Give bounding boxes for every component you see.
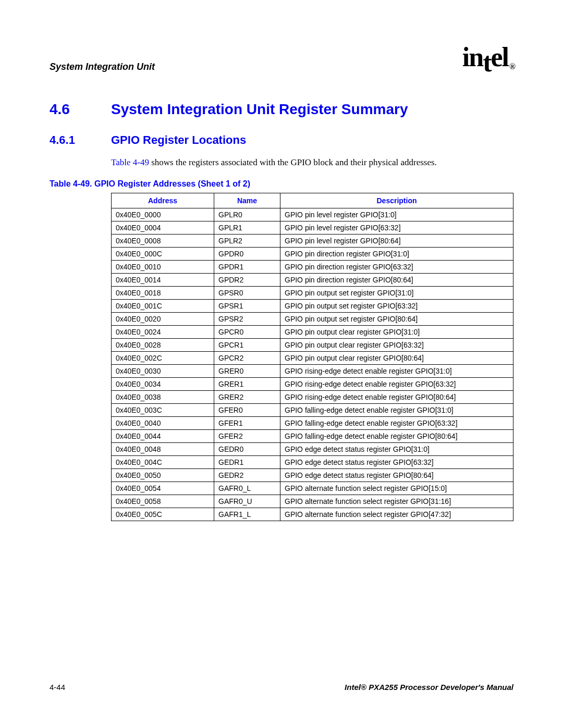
cell-description: GPIO rising-edge detect enable register …: [280, 365, 513, 378]
cell-name: GPDR1: [214, 261, 280, 274]
table-row: 0x40E0_0020GPSR2GPIO pin output set regi…: [112, 313, 513, 326]
cell-name: GAFR0_U: [214, 495, 280, 508]
cell-name: GFER0: [214, 404, 280, 417]
table-row: 0x40E0_0040GFER1GPIO falling-edge detect…: [112, 417, 513, 430]
cell-description: GPIO alternate function select register …: [280, 495, 513, 508]
registered-mark: ®: [509, 62, 515, 71]
cell-name: GEDR0: [214, 443, 280, 456]
cell-name: GPLR2: [214, 235, 280, 248]
col-header-description: Description: [280, 193, 513, 208]
table-row: 0x40E0_0010GPDR1GPIO pin direction regis…: [112, 261, 513, 274]
cell-name: GPDR0: [214, 248, 280, 261]
body-paragraph: Table 4-49 shows the registers associate…: [111, 157, 513, 168]
cell-address: 0x40E0_0034: [112, 378, 214, 391]
cell-name: GPDR2: [214, 274, 280, 287]
table-row: 0x40E0_0044GFER2GPIO falling-edge detect…: [112, 430, 513, 443]
cell-name: GRER0: [214, 365, 280, 378]
cell-name: GEDR2: [214, 469, 280, 482]
cell-description: GPIO pin output clear register GPIO[80:6…: [280, 352, 513, 365]
cell-address: 0x40E0_0018: [112, 287, 214, 300]
table-row: 0x40E0_0008GPLR2GPIO pin level register …: [112, 235, 513, 248]
table-row: 0x40E0_000CGPDR0GPIO pin direction regis…: [112, 248, 513, 261]
cell-description: GPIO falling-edge detect enable register…: [280, 430, 513, 443]
section-number: 4.6: [50, 101, 111, 118]
subsection-title: GPIO Register Locations: [111, 133, 246, 147]
cell-address: 0x40E0_000C: [112, 248, 214, 261]
chapter-title: System Integration Unit: [50, 61, 155, 72]
table-row: 0x40E0_0048GEDR0GPIO edge detect status …: [112, 443, 513, 456]
cell-name: GRER2: [214, 391, 280, 404]
section-title: System Integration Unit Register Summary: [111, 101, 408, 118]
table-row: 0x40E0_0038GRER2GPIO rising-edge detect …: [112, 391, 513, 404]
table-row: 0x40E0_0050GEDR2GPIO edge detect status …: [112, 469, 513, 482]
cell-address: 0x40E0_0010: [112, 261, 214, 274]
cell-address: 0x40E0_0044: [112, 430, 214, 443]
cell-address: 0x40E0_0014: [112, 274, 214, 287]
subsection-number: 4.6.1: [50, 133, 111, 147]
cell-name: GPCR2: [214, 352, 280, 365]
table-row: 0x40E0_0018GPSR0GPIO pin output set regi…: [112, 287, 513, 300]
cell-description: GPIO pin output clear register GPIO[63:3…: [280, 339, 513, 352]
cell-address: 0x40E0_0050: [112, 469, 214, 482]
table-row: 0x40E0_005CGAFR1_LGPIO alternate functio…: [112, 508, 513, 521]
cell-description: GPIO pin direction register GPIO[80:64]: [280, 274, 513, 287]
cell-description: GPIO pin output set register GPIO[80:64]: [280, 313, 513, 326]
cell-description: GPIO falling-edge detect enable register…: [280, 417, 513, 430]
cell-description: GPIO pin output clear register GPIO[31:0…: [280, 326, 513, 339]
manual-title: Intel® PXA255 Processor Developer's Manu…: [345, 683, 513, 692]
body-rest: shows the registers associated with the …: [149, 157, 437, 167]
cell-name: GPLR0: [214, 208, 280, 221]
cell-description: GPIO pin output set register GPIO[63:32]: [280, 300, 513, 313]
table-row: 0x40E0_003CGFER0GPIO falling-edge detect…: [112, 404, 513, 417]
table-row: 0x40E0_0014GPDR2GPIO pin direction regis…: [112, 274, 513, 287]
cell-address: 0x40E0_0058: [112, 495, 214, 508]
cell-description: GPIO alternate function select register …: [280, 482, 513, 495]
table-row: 0x40E0_0034GRER1GPIO rising-edge detect …: [112, 378, 513, 391]
cell-address: 0x40E0_003C: [112, 404, 214, 417]
cell-description: GPIO edge detect status register GPIO[63…: [280, 456, 513, 469]
cell-name: GFER1: [214, 417, 280, 430]
register-table: Address Name Description 0x40E0_0000GPLR…: [111, 193, 513, 521]
cell-name: GPCR0: [214, 326, 280, 339]
cell-address: 0x40E0_0048: [112, 443, 214, 456]
cell-description: GPIO alternate function select register …: [280, 508, 513, 521]
cell-address: 0x40E0_005C: [112, 508, 214, 521]
table-row: 0x40E0_0004GPLR1GPIO pin level register …: [112, 221, 513, 235]
table-row: 0x40E0_0058GAFR0_UGPIO alternate functio…: [112, 495, 513, 508]
cell-name: GPSR1: [214, 300, 280, 313]
table-header-row: Address Name Description: [112, 193, 513, 208]
cell-name: GEDR1: [214, 456, 280, 469]
cell-name: GRER1: [214, 378, 280, 391]
cell-description: GPIO rising-edge detect enable register …: [280, 391, 513, 404]
cell-address: 0x40E0_0038: [112, 391, 214, 404]
cell-address: 0x40E0_0024: [112, 326, 214, 339]
table-row: 0x40E0_0000GPLR0GPIO pin level register …: [112, 208, 513, 221]
cell-name: GAFR0_L: [214, 482, 280, 495]
cell-address: 0x40E0_0020: [112, 313, 214, 326]
cell-address: 0x40E0_0000: [112, 208, 214, 221]
table-row: 0x40E0_0054GAFR0_LGPIO alternate functio…: [112, 482, 513, 495]
cell-description: GPIO pin level register GPIO[80:64]: [280, 235, 513, 248]
cell-description: GPIO pin direction register GPIO[63:32]: [280, 261, 513, 274]
cell-name: GAFR1_L: [214, 508, 280, 521]
cell-address: 0x40E0_0040: [112, 417, 214, 430]
table-row: 0x40E0_001CGPSR1GPIO pin output set regi…: [112, 300, 513, 313]
cell-name: GPSR0: [214, 287, 280, 300]
cell-name: GPSR2: [214, 313, 280, 326]
table-row: 0x40E0_004CGEDR1GPIO edge detect status …: [112, 456, 513, 469]
intel-logo: intel®: [462, 42, 513, 72]
cell-name: GPLR1: [214, 221, 280, 235]
cell-name: GPCR1: [214, 339, 280, 352]
table-caption: Table 4-49. GPIO Register Addresses (She…: [50, 179, 513, 189]
cell-address: 0x40E0_0028: [112, 339, 214, 352]
cell-address: 0x40E0_0054: [112, 482, 214, 495]
subsection-heading: 4.6.1 GPIO Register Locations: [50, 133, 513, 147]
col-header-address: Address: [112, 193, 214, 208]
page-number: 4-44: [50, 683, 65, 692]
table-row: 0x40E0_0024GPCR0GPIO pin output clear re…: [112, 326, 513, 339]
table-cross-ref-link[interactable]: Table 4-49: [111, 157, 149, 167]
table-row: 0x40E0_0028GPCR1GPIO pin output clear re…: [112, 339, 513, 352]
col-header-name: Name: [214, 193, 280, 208]
page-header: System Integration Unit intel®: [50, 42, 513, 72]
page-footer: 4-44 Intel® PXA255 Processor Developer's…: [50, 683, 513, 692]
